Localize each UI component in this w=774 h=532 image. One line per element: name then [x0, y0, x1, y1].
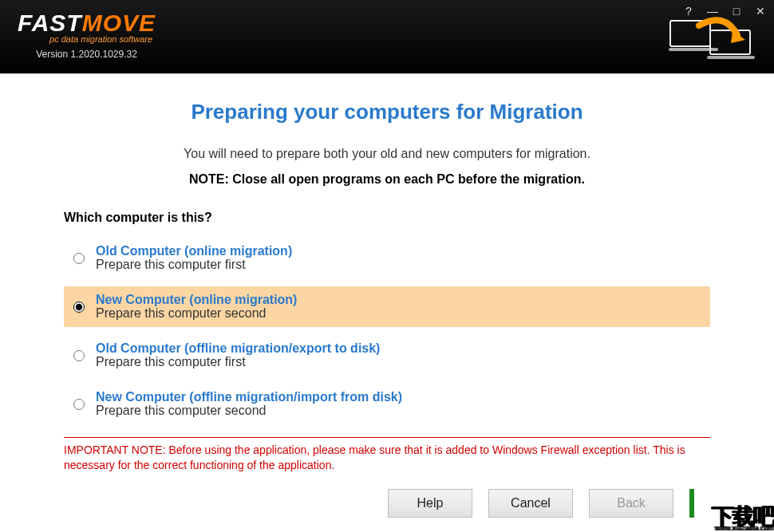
maximize-icon[interactable]: □	[729, 5, 744, 19]
option-sub: Prepare this computer second	[96, 306, 297, 321]
warning-divider	[64, 437, 710, 438]
brand-block: FASTMOVE pc data migration software Vers…	[0, 0, 156, 60]
main-content: Preparing your computers for Migration Y…	[0, 74, 774, 532]
option-new-offline[interactable]: New Computer (offline migration/import f…	[64, 384, 710, 424]
page-title: Preparing your computers for Migration	[64, 100, 710, 124]
question-text: Which computer is this?	[64, 211, 710, 225]
firewall-warning: IMPORTANT NOTE: Before using the applica…	[64, 443, 710, 473]
option-sub: Prepare this computer first	[96, 355, 380, 369]
title-bar: FASTMOVE pc data migration software Vers…	[0, 0, 774, 73]
brand-text-fast: FAST	[18, 10, 82, 37]
minimize-icon[interactable]: —	[705, 5, 720, 19]
footer-buttons: Help Cancel Back	[64, 478, 710, 532]
next-indicator[interactable]	[689, 489, 694, 518]
help-icon[interactable]: ?	[681, 5, 696, 19]
option-title: Old Computer (offline migration/export t…	[96, 341, 380, 356]
option-title: Old Computer (online migration)	[96, 244, 292, 258]
radio-new-offline[interactable]	[73, 399, 85, 410]
note-text: NOTE: Close all open programs on each PC…	[64, 172, 710, 187]
option-title: New Computer (offline migration/import f…	[96, 390, 402, 404]
radio-new-online[interactable]	[73, 301, 85, 313]
svg-rect-3	[707, 56, 755, 59]
option-old-online[interactable]: Old Computer (online migration) Prepare …	[64, 238, 710, 278]
option-old-offline[interactable]: Old Computer (offline migration/export t…	[64, 335, 710, 376]
close-icon[interactable]: ✕	[753, 5, 768, 19]
options-group: Old Computer (online migration) Prepare …	[64, 238, 710, 424]
migration-icon	[669, 16, 755, 62]
radio-old-online[interactable]	[73, 253, 85, 264]
back-button[interactable]: Back	[589, 489, 673, 518]
brand-text-move: MOVE	[82, 10, 156, 37]
option-title: New Computer (online migration)	[96, 293, 297, 307]
intro-text: You will need to prepare both your old a…	[64, 147, 710, 161]
option-new-online[interactable]: New Computer (online migration) Prepare …	[64, 286, 710, 327]
help-button[interactable]: Help	[388, 489, 472, 518]
radio-old-offline[interactable]	[73, 350, 85, 361]
window-controls: ? — □ ✕	[681, 5, 768, 19]
option-sub: Prepare this computer first	[96, 258, 292, 272]
cancel-button[interactable]: Cancel	[488, 489, 573, 518]
option-sub: Prepare this computer second	[96, 404, 402, 418]
version-text: Version 1.2020.1029.32	[18, 49, 156, 60]
